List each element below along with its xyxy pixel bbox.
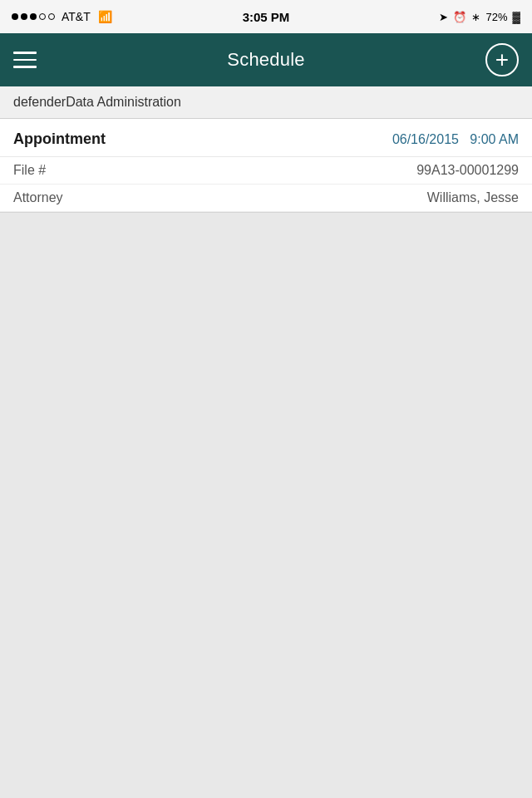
appointment-time: 9:00 AM	[470, 132, 519, 146]
appointment-header: Appointment 06/16/2015 9:00 AM	[0, 119, 532, 157]
signal-indicator	[12, 13, 55, 20]
page-title: Schedule	[227, 49, 304, 71]
attorney-label: Attorney	[13, 190, 63, 205]
appointment-date: 06/16/2015	[392, 132, 459, 146]
hamburger-line-2	[13, 59, 37, 62]
file-number-row: File # 99A13-00001299	[0, 157, 532, 185]
signal-dot-1	[12, 13, 18, 20]
hamburger-line-3	[13, 66, 37, 68]
status-right: ➤ ⏰ ∗ 72% ▓	[439, 11, 520, 23]
bluetooth-icon: ∗	[471, 11, 480, 23]
signal-dot-2	[21, 13, 27, 20]
battery-icon: ▓	[513, 11, 520, 23]
nav-bar: Schedule +	[0, 33, 532, 86]
alarm-icon: ⏰	[453, 11, 466, 23]
navigation-icon: ➤	[439, 11, 448, 23]
file-number-label: File #	[13, 163, 46, 178]
appointment-label: Appointment	[13, 131, 106, 148]
battery-percentage: 72%	[485, 11, 507, 23]
status-left: AT&T 📶	[12, 10, 112, 23]
sub-header-text: defenderData Administration	[13, 95, 181, 109]
status-time: 3:05 PM	[243, 10, 290, 24]
appointment-card[interactable]: Appointment 06/16/2015 9:00 AM File # 99…	[0, 119, 532, 213]
file-number-value: 99A13-00001299	[416, 163, 519, 178]
status-bar: AT&T 📶 3:05 PM ➤ ⏰ ∗ 72% ▓	[0, 0, 532, 33]
add-button[interactable]: +	[485, 43, 519, 76]
appointment-datetime: 06/16/2015 9:00 AM	[392, 132, 519, 147]
signal-dot-5	[48, 13, 55, 20]
hamburger-line-1	[13, 52, 37, 54]
main-background	[0, 213, 532, 781]
attorney-row: Attorney Williams, Jesse	[0, 185, 532, 212]
menu-button[interactable]	[13, 43, 47, 76]
add-icon: +	[495, 48, 509, 71]
sub-header: defenderData Administration	[0, 86, 532, 119]
signal-dot-3	[30, 13, 37, 20]
carrier-label: AT&T	[62, 10, 91, 23]
signal-dot-4	[39, 13, 46, 20]
wifi-icon: 📶	[98, 10, 112, 23]
attorney-value: Williams, Jesse	[427, 190, 519, 205]
